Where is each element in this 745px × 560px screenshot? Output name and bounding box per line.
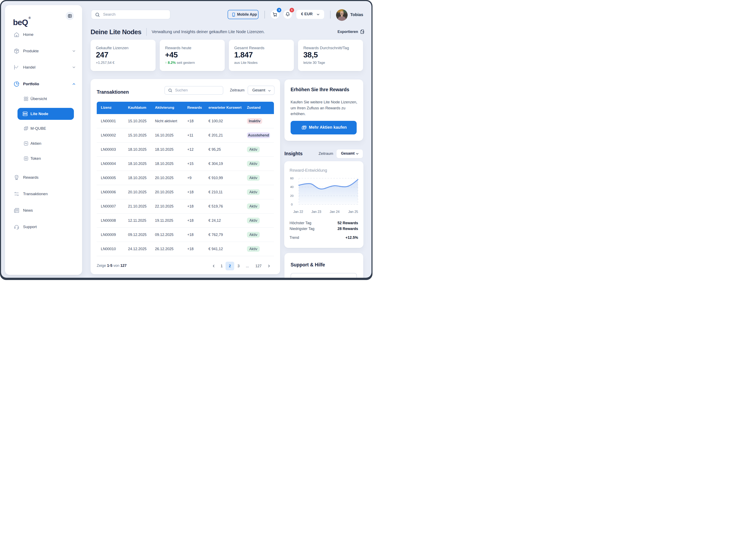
- svg-text:Jan 24: Jan 24: [330, 210, 339, 214]
- svg-text:Jan 25: Jan 25: [348, 210, 358, 214]
- svg-text:20: 20: [290, 194, 294, 197]
- svg-text:40: 40: [290, 185, 294, 189]
- svg-text:0: 0: [291, 203, 293, 206]
- svg-text:60: 60: [290, 177, 294, 180]
- svg-text:Jan 23: Jan 23: [312, 210, 321, 214]
- svg-text:Jan 22: Jan 22: [293, 210, 303, 214]
